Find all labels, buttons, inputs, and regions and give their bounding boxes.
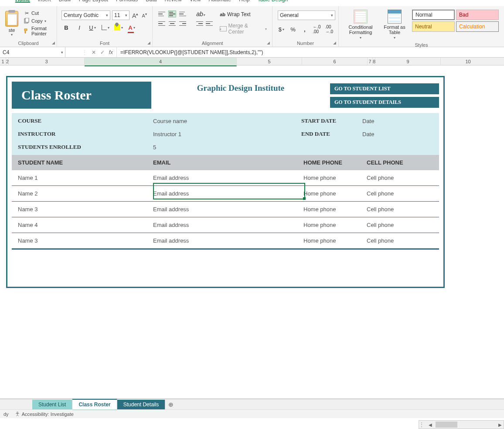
scrollbar-thumb[interactable] (436, 422, 457, 428)
font-name-combo[interactable]: Century Gothic▾ (61, 10, 110, 20)
cell-home[interactable]: Home phone (303, 175, 367, 181)
th-student-name[interactable]: STUDENT NAME (18, 159, 153, 166)
conditional-formatting-button[interactable]: Conditional Formatting ▾ (344, 10, 377, 40)
shrink-font-button[interactable]: A▾ (141, 12, 147, 18)
style-calculation[interactable]: Calculation (456, 21, 499, 32)
value-start-date[interactable]: Date (362, 118, 433, 124)
clipboard-launcher[interactable]: ◢ (51, 41, 56, 46)
align-right-button[interactable] (179, 20, 187, 27)
cancel-formula-icon[interactable]: ✕ (92, 49, 96, 55)
value-course[interactable]: Course name (153, 118, 301, 124)
align-center-button[interactable] (168, 20, 176, 27)
cell-name[interactable]: Name 3 (18, 237, 153, 244)
value-instructor[interactable]: Instructor 1 (153, 131, 301, 137)
cell-email[interactable]: Email address (153, 237, 303, 244)
chevron-down-icon[interactable]: ▾ (11, 33, 13, 37)
percent-button[interactable]: % (289, 24, 297, 34)
cell-cell[interactable]: Cell phone (367, 222, 433, 228)
value-students-enrolled[interactable]: 5 (153, 144, 301, 151)
accept-formula-icon[interactable]: ✓ (100, 49, 105, 55)
cell-email[interactable]: Email address (153, 175, 303, 181)
tab-help[interactable]: Help (239, 0, 250, 3)
font-launcher[interactable]: ◢ (146, 41, 151, 46)
style-neutral[interactable]: Neutral (412, 21, 455, 32)
increase-indent-button[interactable] (206, 21, 213, 27)
col-header-7[interactable]: 7 (368, 58, 373, 66)
cell-email[interactable]: Email address (153, 222, 303, 228)
name-box[interactable]: C4 ▾ (0, 47, 65, 57)
nav-student-list[interactable]: GO TO STUDENT LIST (330, 83, 439, 94)
number-format-combo[interactable]: General▾ (278, 10, 335, 20)
col-header-5[interactable]: 5 (237, 58, 302, 66)
sheet-grid[interactable]: Class Roster Graphic Design Institute GO… (0, 65, 504, 399)
col-header-9[interactable]: 9 (375, 58, 441, 66)
cell-name[interactable]: Name 3 (18, 206, 153, 213)
col-header-3[interactable]: 3 (9, 58, 85, 66)
tab-draw[interactable]: Draw (59, 0, 71, 3)
align-top-button[interactable] (158, 10, 166, 17)
cell-cell[interactable]: Cell phone (367, 206, 433, 213)
style-normal[interactable]: Normal (412, 10, 455, 20)
cell-cell[interactable]: Cell phone (367, 237, 433, 244)
comma-button[interactable]: , (301, 24, 309, 34)
cell-email[interactable]: Email address (153, 206, 303, 213)
tab-formulas[interactable]: Formulas (116, 0, 138, 3)
sheet-tab-class-roster[interactable]: Class Roster (72, 399, 117, 410)
cell-home[interactable]: Home phone (303, 222, 367, 228)
cell-cell[interactable]: Cell phone (367, 190, 433, 197)
sheet-tab-student-details[interactable]: Student Details (117, 400, 165, 409)
paste-icon[interactable] (5, 11, 18, 27)
align-bottom-button[interactable] (179, 10, 187, 17)
font-size-combo[interactable]: 11▾ (112, 10, 129, 20)
cell-home[interactable]: Home phone (303, 190, 367, 197)
borders-button[interactable]: ▾ (101, 23, 110, 32)
decrease-indent-button[interactable] (196, 21, 203, 27)
tab-data[interactable]: Data (146, 0, 157, 3)
tab-page-layout[interactable]: Page Layout (79, 0, 108, 3)
scroll-right-icon[interactable]: ▶ (497, 422, 504, 427)
formula-input[interactable]: =IFERROR(VLOOKUP([@[STUDENT NAME]],Stude… (117, 47, 504, 57)
fill-color-button[interactable]: ▾ (114, 23, 123, 32)
format-painter-button[interactable]: Format Painter (23, 25, 52, 37)
merge-center-button[interactable]: Merge & Center ▾ (218, 22, 269, 36)
italic-button[interactable]: I (75, 23, 84, 32)
fx-icon[interactable]: fx (109, 49, 113, 55)
tab-home[interactable]: Home (15, 0, 30, 3)
cell-styles-gallery[interactable]: Normal Bad Neutral Calculation (412, 10, 499, 32)
th-cell-phone[interactable]: CELL PHONE (367, 159, 433, 166)
font-color-button[interactable]: A▾ (127, 23, 136, 32)
currency-button[interactable]: $▾ (278, 24, 285, 34)
value-end-date[interactable]: Date (362, 131, 433, 137)
wrap-text-button[interactable]: ab Wrap Text (218, 10, 269, 18)
cell-name[interactable]: Name 4 (18, 222, 153, 228)
cell-name[interactable]: Name 2 (18, 190, 153, 197)
horizontal-scrollbar[interactable]: ⋮ ◀ ▶ (419, 420, 504, 429)
cell-name[interactable]: Name 1 (18, 175, 153, 181)
tab-review[interactable]: Review (164, 0, 181, 3)
tab-insert[interactable]: Insert (38, 0, 51, 3)
grow-font-button[interactable]: A▴ (131, 12, 139, 19)
col-header-10[interactable]: 10 (441, 58, 495, 66)
add-sheet-button[interactable]: ⊕ (165, 401, 177, 408)
col-header-1[interactable]: 1 (0, 58, 6, 66)
increase-decimal-button[interactable]: ←.0.00 (313, 24, 320, 34)
alignment-launcher[interactable]: ◢ (266, 41, 271, 46)
cell-home[interactable]: Home phone (303, 206, 367, 213)
tab-automate[interactable]: Automate (209, 0, 231, 3)
number-launcher[interactable]: ◢ (332, 41, 337, 46)
style-bad[interactable]: Bad (456, 10, 499, 20)
orientation-button[interactable]: ab▾ (196, 10, 205, 17)
underline-button[interactable]: U▾ (88, 23, 97, 32)
align-middle-button[interactable] (168, 10, 176, 17)
sheet-tab-student-list[interactable]: Student List (32, 400, 72, 409)
paste-label[interactable]: ste (9, 27, 15, 33)
col-header-6[interactable]: 6 (302, 58, 368, 66)
tab-view[interactable]: View (190, 0, 201, 3)
tab-table-design[interactable]: Table Design (258, 0, 288, 3)
col-header-4[interactable]: 4 (85, 58, 237, 66)
decrease-decimal-button[interactable]: .00→.0 (325, 24, 333, 34)
cell-home[interactable]: Home phone (303, 237, 367, 244)
copy-button[interactable]: Copy ▾ (23, 17, 52, 24)
cut-button[interactable]: ✂ Cut (23, 10, 52, 17)
cell-email[interactable]: Email address (153, 190, 303, 197)
